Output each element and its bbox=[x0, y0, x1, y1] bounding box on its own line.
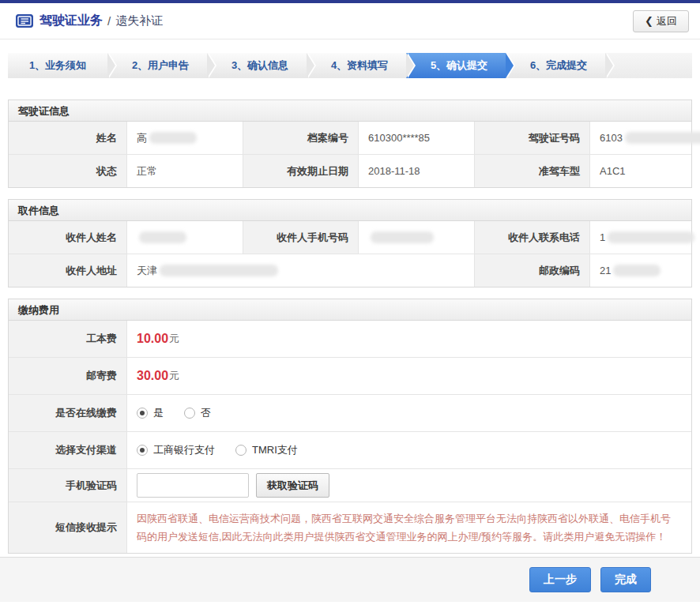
mail-fee-amount: 30.00 bbox=[137, 369, 168, 383]
redacted-blur bbox=[371, 231, 434, 243]
recipient-mobile-value bbox=[359, 221, 475, 254]
online-payment-option-yes[interactable]: 是 bbox=[137, 406, 164, 420]
status-label: 状态 bbox=[9, 155, 127, 187]
footer-action-bar: 上一步 完成 bbox=[0, 557, 700, 602]
name-label: 姓名 bbox=[9, 122, 127, 154]
license-info-title: 驾驶证信息 bbox=[9, 100, 691, 122]
mail-fee-label: 邮寄费 bbox=[9, 358, 127, 394]
recipient-address-value: 天津 bbox=[127, 254, 475, 287]
sms-code-label: 手机验证码 bbox=[9, 469, 127, 502]
vehicle-class-label: 准驾车型 bbox=[475, 155, 590, 187]
fees-title: 缴纳费用 bbox=[9, 299, 691, 321]
redacted-blur bbox=[625, 132, 700, 144]
redacted-blur bbox=[160, 265, 278, 276]
mail-fee-row: 邮寄费 30.00元 bbox=[9, 357, 691, 394]
recipient-phone-label: 收件人联系电话 bbox=[475, 221, 590, 254]
status-value: 正常 bbox=[127, 155, 243, 187]
license-number-label: 驾驶证号码 bbox=[475, 122, 590, 154]
license-info-section: 驾驶证信息 姓名 高 档案编号 610300****85 驾驶证号码 6103 … bbox=[8, 100, 692, 188]
file-number-value: 610300****85 bbox=[359, 122, 475, 154]
fees-section: 缴纳费用 工本费 10.00元 邮寄费 30.00元 是否在线缴费 是 否 选择… bbox=[8, 299, 692, 554]
payment-channel-options: 工商银行支付 TMRI支付 bbox=[127, 432, 691, 468]
radio-unselected-icon[interactable] bbox=[235, 445, 247, 456]
table-row: 收件人地址 天津 邮政编码 21 bbox=[9, 254, 691, 287]
channel-option-icbc[interactable]: 工商银行支付 bbox=[137, 443, 215, 457]
sms-notice-label: 短信接收提示 bbox=[9, 502, 127, 553]
radio-selected-icon[interactable] bbox=[137, 408, 148, 419]
online-payment-row: 是否在线缴费 是 否 bbox=[9, 394, 691, 431]
redacted-blur bbox=[139, 231, 186, 243]
redacted-blur bbox=[149, 132, 197, 144]
recipient-phone-value: 1 bbox=[590, 221, 694, 254]
recipient-address-label: 收件人地址 bbox=[9, 254, 127, 287]
breadcrumb-separator: / bbox=[107, 14, 111, 28]
sms-code-controls: 获取验证码 bbox=[127, 469, 691, 502]
page-header: 驾驶证业务 / 遗失补证 ❮ 返回 bbox=[0, 3, 700, 39]
license-service-icon bbox=[16, 14, 33, 28]
table-row: 姓名 高 档案编号 610300****85 驾驶证号码 6103 bbox=[9, 122, 691, 154]
sms-notice-row: 短信接收提示 因陕西省联通、电信运营商技术问题，陕西省互联网交通安全综合服务管理… bbox=[9, 502, 691, 553]
mail-fee-value: 30.00元 bbox=[127, 358, 691, 394]
sms-code-input[interactable] bbox=[137, 473, 249, 498]
sms-notice-text: 因陕西省联通、电信运营商技术问题，陕西省互联网交通安全综合服务管理平台无法向持陕… bbox=[127, 502, 691, 553]
step-tab-5-active[interactable]: 5、确认提交 bbox=[406, 53, 506, 78]
step-tab-3[interactable]: 3、确认信息 bbox=[207, 53, 307, 78]
sms-code-row: 手机验证码 获取验证码 bbox=[9, 468, 691, 502]
payment-channel-row: 选择支付渠道 工商银行支付 TMRI支付 bbox=[9, 431, 691, 468]
name-value: 高 bbox=[127, 122, 243, 154]
zip-code-value: 21 bbox=[590, 254, 691, 287]
steps-filler bbox=[605, 53, 692, 78]
vehicle-class-value: A1C1 bbox=[590, 155, 691, 187]
online-payment-label: 是否在线缴费 bbox=[9, 395, 127, 431]
radio-selected-icon[interactable] bbox=[137, 445, 148, 456]
back-button[interactable]: ❮ 返回 bbox=[633, 10, 689, 32]
channel-option-tmri[interactable]: TMRI支付 bbox=[235, 443, 298, 457]
zip-code-label: 邮政编码 bbox=[475, 254, 590, 287]
expiry-date-label: 有效期止日期 bbox=[243, 155, 359, 187]
table-row: 状态 正常 有效期止日期 2018-11-18 准驾车型 A1C1 bbox=[9, 154, 691, 187]
pickup-info-section: 取件信息 收件人姓名 收件人手机号码 收件人联系电话 1 收件人地址 天津 邮政… bbox=[8, 199, 692, 287]
step-tab-1[interactable]: 1、业务须知 bbox=[8, 53, 107, 78]
step-progress-bar: 1、业务须知 2、用户申告 3、确认信息 4、资料填写 5、确认提交 6、完成提… bbox=[8, 53, 692, 78]
work-fee-value: 10.00元 bbox=[127, 321, 691, 357]
recipient-name-value bbox=[127, 221, 243, 254]
redacted-blur bbox=[608, 231, 694, 243]
table-row: 收件人姓名 收件人手机号码 收件人联系电话 1 bbox=[9, 221, 691, 254]
step-tab-2[interactable]: 2、用户申告 bbox=[107, 53, 207, 78]
online-payment-options: 是 否 bbox=[127, 395, 691, 431]
finish-button[interactable]: 完成 bbox=[600, 567, 651, 592]
mail-fee-unit: 元 bbox=[169, 369, 179, 383]
online-payment-option-no[interactable]: 否 bbox=[184, 406, 211, 420]
sms-notice-cell: 因陕西省联通、电信运营商技术问题，陕西省互联网交通安全综合服务管理平台无法向持陕… bbox=[127, 502, 691, 553]
step-tab-4[interactable]: 4、资料填写 bbox=[307, 53, 406, 78]
back-button-label: 返回 bbox=[657, 14, 677, 28]
file-number-label: 档案编号 bbox=[243, 122, 359, 154]
recipient-name-label: 收件人姓名 bbox=[9, 221, 127, 254]
get-sms-code-button[interactable]: 获取验证码 bbox=[256, 473, 329, 498]
step-tab-6[interactable]: 6、完成提交 bbox=[506, 53, 605, 78]
pickup-info-title: 取件信息 bbox=[9, 200, 691, 221]
work-fee-row: 工本费 10.00元 bbox=[9, 321, 691, 357]
license-number-value: 6103 bbox=[590, 122, 700, 154]
previous-step-button[interactable]: 上一步 bbox=[529, 567, 591, 592]
redacted-blur bbox=[613, 265, 660, 276]
recipient-mobile-label: 收件人手机号码 bbox=[243, 221, 359, 254]
work-fee-unit: 元 bbox=[169, 332, 179, 346]
work-fee-label: 工本费 bbox=[9, 321, 127, 357]
work-fee-amount: 10.00 bbox=[137, 332, 168, 346]
breadcrumb-current: 遗失补证 bbox=[115, 13, 163, 28]
page-title: 驾驶证业务 bbox=[40, 13, 103, 29]
expiry-date-value: 2018-11-18 bbox=[359, 155, 475, 187]
radio-unselected-icon[interactable] bbox=[184, 408, 195, 419]
payment-channel-label: 选择支付渠道 bbox=[9, 432, 127, 468]
chevron-left-icon: ❮ bbox=[645, 15, 653, 27]
